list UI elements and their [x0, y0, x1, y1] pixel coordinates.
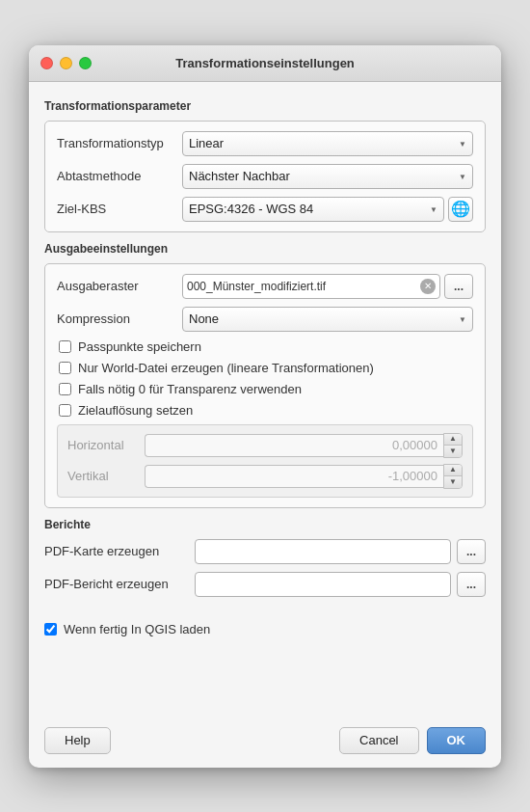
pdf-karte-label: PDF-Karte erzeugen: [44, 544, 189, 558]
section-ausgabe: Ausgaberaster 000_Münster_modifiziert.ti…: [44, 263, 486, 508]
worldfile-label: Nur World-Datei erzeugen (lineare Transf…: [78, 361, 374, 375]
traffic-lights: [40, 57, 92, 69]
ausgaberaster-label: Ausgaberaster: [57, 279, 182, 293]
section-ausgabe-label: Ausgabeeinstellungen: [44, 242, 486, 256]
transformationstyp-row: Transformationstyp Linear: [57, 131, 473, 156]
ausgaberaster-browse-button[interactable]: ...: [444, 274, 473, 299]
section-berichte: PDF-Karte erzeugen ... PDF-Bericht erzeu…: [44, 539, 486, 597]
close-button[interactable]: [40, 57, 53, 69]
zielkbs-row: Ziel-KBS EPSG:4326 - WGS 84 🌐: [57, 197, 473, 222]
when-done-checkbox[interactable]: [44, 623, 57, 636]
transparenz-row: Falls nötig 0 für Transparenz verwenden: [57, 382, 473, 396]
horizontal-input[interactable]: 0,00000: [145, 434, 443, 457]
when-done-row: Wenn fertig In QGIS laden: [29, 616, 501, 640]
passpunkte-checkbox[interactable]: [59, 340, 71, 353]
horizontal-spin-up[interactable]: ▲: [444, 434, 462, 446]
maximize-button[interactable]: [79, 57, 92, 69]
zielkbs-label: Ziel-KBS: [57, 202, 182, 216]
abtastmethode-label: Abtastmethode: [57, 169, 182, 183]
transparenz-checkbox[interactable]: [59, 383, 71, 395]
titlebar: Transformationseinstellungen: [29, 45, 501, 82]
kompression-control: None: [182, 307, 473, 332]
zielkbs-select[interactable]: EPSG:4326 - WGS 84: [182, 197, 444, 222]
vertikal-input[interactable]: -1,00000: [145, 465, 443, 488]
transformationstyp-label: Transformationstyp: [57, 136, 182, 150]
help-button[interactable]: Help: [44, 727, 111, 754]
dialog-content: Transformationsparameter Transformations…: [29, 82, 501, 616]
crs-globe-button[interactable]: 🌐: [448, 197, 473, 222]
section-transformationsparameter-label: Transformationsparameter: [44, 99, 486, 113]
resolution-section: Horizontal 0,00000 ▲ ▼ Vertikal -1,00000: [57, 424, 473, 498]
ausgaberaster-input-box[interactable]: 000_Münster_modifiziert.tif ✕: [182, 274, 440, 299]
abtastmethode-select[interactable]: Nächster Nachbar: [182, 164, 473, 189]
zielkbs-control: EPSG:4326 - WGS 84 🌐: [182, 197, 473, 222]
worldfile-row: Nur World-Datei erzeugen (lineare Transf…: [57, 361, 473, 375]
dialog-window: Transformationseinstellungen Transformat…: [29, 45, 501, 768]
pdf-karte-input[interactable]: [195, 539, 451, 564]
ok-button[interactable]: OK: [427, 727, 487, 754]
worldfile-checkbox[interactable]: [59, 362, 71, 374]
horizontal-spin-buttons: ▲ ▼: [443, 433, 463, 458]
window-title: Transformationseinstellungen: [175, 56, 355, 70]
kompression-select[interactable]: None: [182, 307, 473, 332]
aufloesung-row: Zielauflösung setzen: [57, 403, 473, 418]
abtastmethode-row: Abtastmethode Nächster Nachbar: [57, 164, 473, 189]
when-done-label: Wenn fertig In QGIS laden: [64, 622, 210, 636]
abtastmethode-control: Nächster Nachbar: [182, 164, 473, 189]
cancel-button[interactable]: Cancel: [339, 727, 418, 754]
kompression-row: Kompression None: [57, 307, 473, 332]
ausgaberaster-row: Ausgaberaster 000_Münster_modifiziert.ti…: [57, 274, 473, 299]
minimize-button[interactable]: [60, 57, 72, 69]
footer-right-buttons: Cancel OK: [339, 727, 486, 754]
pdf-karte-browse-button[interactable]: ...: [457, 539, 486, 564]
horizontal-spinbox: 0,00000 ▲ ▼: [145, 433, 463, 458]
pdf-bericht-row: PDF-Bericht erzeugen ...: [44, 572, 486, 597]
dialog-footer: Help Cancel OK: [29, 717, 501, 768]
pdf-bericht-label: PDF-Bericht erzeugen: [44, 577, 189, 591]
spacer: [29, 640, 501, 717]
pdf-karte-row: PDF-Karte erzeugen ...: [44, 539, 486, 564]
ausgaberaster-control: 000_Münster_modifiziert.tif ✕ ...: [182, 274, 473, 299]
vertikal-label: Vertikal: [67, 469, 145, 483]
ausgaberaster-value: 000_Münster_modifiziert.tif: [187, 280, 420, 293]
kompression-label: Kompression: [57, 311, 182, 326]
section-transformationsparameter: Transformationstyp Linear Abtastmethode …: [44, 121, 486, 232]
ausgaberaster-clear-button[interactable]: ✕: [420, 279, 436, 294]
vertikal-spin-up[interactable]: ▲: [444, 465, 462, 476]
vertikal-spin-buttons: ▲ ▼: [443, 464, 463, 489]
zielkbs-select-wrapper: EPSG:4326 - WGS 84: [182, 197, 444, 222]
pdf-bericht-input[interactable]: [195, 572, 451, 597]
horizontal-label: Horizontal: [67, 438, 145, 452]
aufloesung-label: Zielauflösung setzen: [78, 403, 193, 418]
passpunkte-row: Passpunkte speichern: [57, 339, 473, 354]
horizontal-row: Horizontal 0,00000 ▲ ▼: [67, 433, 463, 458]
transformationstyp-select[interactable]: Linear: [182, 131, 473, 156]
aufloesung-checkbox[interactable]: [59, 404, 71, 417]
pdf-bericht-browse-button[interactable]: ...: [457, 572, 486, 597]
transformationstyp-control: Linear: [182, 131, 473, 156]
passpunkte-label: Passpunkte speichern: [78, 339, 201, 354]
horizontal-spin-down[interactable]: ▼: [444, 446, 462, 457]
vertikal-spin-down[interactable]: ▼: [444, 476, 462, 488]
section-berichte-label: Berichte: [44, 518, 486, 531]
transparenz-label: Falls nötig 0 für Transparenz verwenden: [78, 382, 302, 396]
vertikal-row: Vertikal -1,00000 ▲ ▼: [67, 464, 463, 489]
vertikal-spinbox: -1,00000 ▲ ▼: [145, 464, 463, 489]
